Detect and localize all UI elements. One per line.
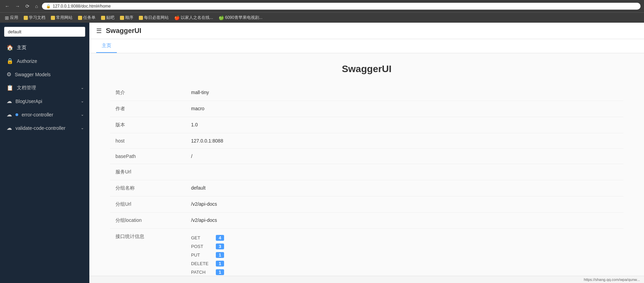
sidebar-item-home[interactable]: 🏠 主页 bbox=[0, 41, 89, 54]
bookmark-tasks[interactable]: 任务单 bbox=[76, 14, 98, 21]
row-label: basePath bbox=[110, 149, 186, 164]
api-method-label: POST bbox=[191, 244, 212, 249]
row-value: mall-tiny bbox=[186, 85, 623, 101]
sidebar-item-swagger-models[interactable]: ⚙ Swagger Models bbox=[0, 68, 89, 81]
forward-button[interactable]: → bbox=[14, 3, 21, 10]
sidebar-item-blog-user-api[interactable]: ☁ BlogUserApi ⌄ bbox=[0, 94, 89, 108]
bookmark-label: 以家人之名在线... bbox=[181, 15, 213, 21]
sidebar-item-doc-management[interactable]: 📋 文档管理 ⌄ bbox=[0, 81, 89, 94]
status-dot bbox=[15, 113, 18, 116]
row-label: 分组名称 bbox=[110, 180, 186, 196]
row-value: /v2/api-docs bbox=[186, 213, 623, 229]
api-stat-row: PATCH1 bbox=[191, 268, 618, 276]
bookmark-label: 每日必逛网站 bbox=[144, 15, 169, 21]
api-count-badge: 1 bbox=[216, 252, 224, 258]
row-label: 分组location bbox=[110, 213, 186, 229]
row-label: 作者 bbox=[110, 101, 186, 117]
apps-icon: ⊞ bbox=[5, 15, 9, 21]
search-input[interactable] bbox=[4, 27, 85, 37]
sidebar-item-validate-code-controller[interactable]: ☁ validate-code-controller ⌄ bbox=[0, 121, 89, 135]
row-value: / bbox=[186, 149, 623, 164]
sidebar-item-label: BlogUserApi bbox=[15, 99, 42, 104]
sidebar-item-label: 主页 bbox=[17, 45, 26, 51]
chevron-down-icon: ⌄ bbox=[81, 126, 84, 130]
api-stat-row: DELETE1 bbox=[191, 259, 618, 268]
status-bar: https://shang.qq.com/wpa/qunw... bbox=[89, 276, 644, 283]
lock-icon: 🔒 bbox=[46, 4, 51, 9]
sidebar-item-label: error-controller bbox=[22, 112, 53, 117]
tab-home[interactable]: 主页 bbox=[96, 39, 117, 53]
main-content: ☰ SwaggerUI 主页 SwaggerUI 简介 mall-tiny 作者… bbox=[89, 23, 644, 283]
sidebar-nav: 🏠 主页 🔒 Authorize ⚙ Swagger Models 📋 文档管理… bbox=[0, 41, 89, 283]
cloud-icon: ☁ bbox=[7, 125, 12, 131]
api-method-label: DELETE bbox=[191, 261, 212, 266]
menu-icon[interactable]: ☰ bbox=[96, 27, 102, 35]
api-count-badge: 1 bbox=[216, 261, 224, 267]
cloud-icon: ☁ bbox=[7, 98, 12, 104]
bookmark-label: 6090青苹果电视剧... bbox=[225, 15, 263, 21]
api-method-label: PUT bbox=[191, 252, 212, 258]
table-row: host 127.0.0.1:8088 bbox=[110, 133, 623, 149]
row-value: macro bbox=[186, 101, 623, 117]
row-value: default bbox=[186, 180, 623, 196]
bookmarks-bar: ⊞ 应用 学习文档 常用网站 任务单 贴吧 顺序 每日必逛网站 🍎 以家人之名在… bbox=[0, 12, 644, 23]
bookmark-apps[interactable]: ⊞ 应用 bbox=[3, 14, 20, 21]
sidebar-item-error-controller[interactable]: ☁ error-controller ⌄ bbox=[0, 108, 89, 121]
info-table: 简介 mall-tiny 作者 macro 版本 1.0 host 127.0.… bbox=[110, 85, 623, 276]
tabs-bar: 主页 bbox=[89, 39, 644, 53]
main-header: ☰ SwaggerUI bbox=[89, 23, 644, 39]
lock-icon: 🔒 bbox=[7, 58, 13, 64]
doc-icon: 📋 bbox=[7, 84, 13, 91]
content-area: SwaggerUI 简介 mall-tiny 作者 macro 版本 1.0 bbox=[89, 53, 644, 276]
chevron-down-icon: ⌄ bbox=[81, 112, 84, 117]
bookmark-tieba[interactable]: 贴吧 bbox=[99, 14, 116, 21]
row-label: host bbox=[110, 133, 186, 149]
page-title: SwaggerUI bbox=[110, 64, 623, 75]
refresh-button[interactable]: ⟳ bbox=[24, 3, 31, 10]
bookmark-family[interactable]: 🍎 以家人之名在线... bbox=[172, 14, 215, 21]
address-bar[interactable]: 🔒 127.0.0.1:8088/doc.html#/home bbox=[42, 3, 641, 10]
api-method-label: PATCH bbox=[191, 270, 212, 275]
gear-icon: ⚙ bbox=[7, 71, 11, 78]
address-text: 127.0.0.1:8088/doc.html#/home bbox=[53, 4, 111, 9]
api-count-badge: 3 bbox=[216, 244, 224, 249]
bookmark-study[interactable]: 学习文档 bbox=[22, 14, 47, 21]
daily-icon bbox=[139, 16, 143, 20]
bookmark-sites[interactable]: 常用网站 bbox=[49, 14, 75, 21]
sidebar: 🏠 主页 🔒 Authorize ⚙ Swagger Models 📋 文档管理… bbox=[0, 23, 89, 283]
table-row: 简介 mall-tiny bbox=[110, 85, 623, 101]
table-row: 服务Url bbox=[110, 164, 623, 180]
bookmark-label: 任务单 bbox=[83, 15, 96, 21]
status-text: https://shang.qq.com/wpa/qunw... bbox=[584, 278, 640, 282]
chevron-down-icon: ⌄ bbox=[81, 86, 84, 90]
row-label: 接口统计信息 bbox=[110, 229, 186, 276]
api-stat-row: POST3 bbox=[191, 242, 618, 251]
header-title: SwaggerUI bbox=[106, 27, 141, 35]
bookmark-daily[interactable]: 每日必逛网站 bbox=[137, 14, 171, 21]
sidebar-item-label: validate-code-controller bbox=[15, 125, 66, 131]
bookmark-label: 贴吧 bbox=[106, 15, 114, 21]
tv-icon: 🍏 bbox=[219, 15, 224, 20]
table-row: 版本 1.0 bbox=[110, 117, 623, 133]
family-icon: 🍎 bbox=[174, 15, 180, 20]
bookmark-tv[interactable]: 🍏 6090青苹果电视剧... bbox=[216, 14, 265, 21]
row-value: 127.0.0.1:8088 bbox=[186, 133, 623, 149]
tasks-icon bbox=[78, 16, 82, 20]
home-icon: 🏠 bbox=[7, 44, 13, 51]
table-row-stats: 接口统计信息 GET4POST3PUT1DELETE1PATCH1OPTIONS… bbox=[110, 229, 623, 276]
sidebar-item-authorize[interactable]: 🔒 Authorize bbox=[0, 54, 89, 68]
home-button[interactable]: ⌂ bbox=[34, 3, 39, 10]
api-count-badge: 1 bbox=[216, 269, 224, 275]
sidebar-item-label: 文档管理 bbox=[17, 85, 36, 91]
back-button[interactable]: ← bbox=[3, 3, 11, 10]
row-label: 版本 bbox=[110, 117, 186, 133]
browser-chrome: ← → ⟳ ⌂ 🔒 127.0.0.1:8088/doc.html#/home bbox=[0, 0, 644, 12]
bookmark-order[interactable]: 顺序 bbox=[118, 14, 135, 21]
bookmark-label: 常用网站 bbox=[56, 15, 73, 21]
table-row: 分组Url /v2/api-docs bbox=[110, 196, 623, 213]
row-label: 服务Url bbox=[110, 164, 186, 180]
bookmark-label: 应用 bbox=[10, 15, 18, 21]
app-container: 🏠 主页 🔒 Authorize ⚙ Swagger Models 📋 文档管理… bbox=[0, 23, 644, 283]
table-row: basePath / bbox=[110, 149, 623, 164]
row-value: 1.0 bbox=[186, 117, 623, 133]
